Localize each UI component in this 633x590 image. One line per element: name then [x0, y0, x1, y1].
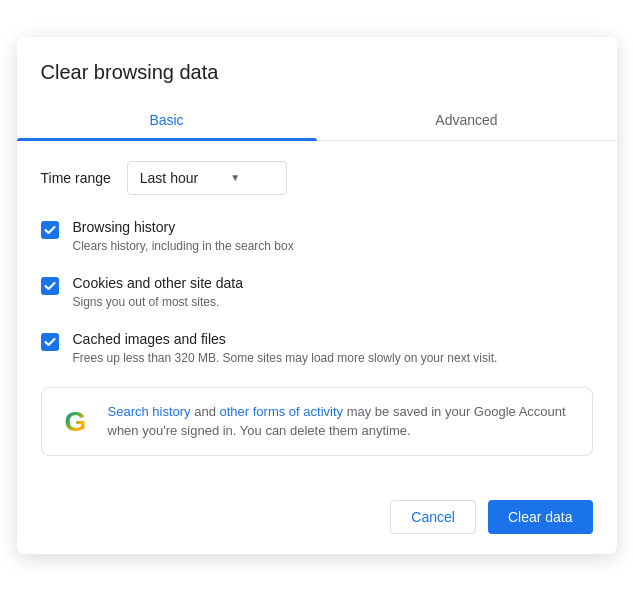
- time-range-row: Time range Last hour ▼: [41, 161, 593, 195]
- checkbox-cookies-input[interactable]: [41, 277, 59, 295]
- checkbox-cached-input[interactable]: [41, 333, 59, 351]
- time-range-label: Time range: [41, 170, 111, 186]
- tab-basic[interactable]: Basic: [17, 100, 317, 140]
- google-logo: G: [58, 404, 94, 440]
- cancel-button[interactable]: Cancel: [390, 500, 476, 534]
- search-history-link[interactable]: Search history: [108, 404, 191, 419]
- checkbox-cached: Cached images and files Frees up less th…: [41, 331, 593, 367]
- dialog-actions: Cancel Clear data: [17, 496, 617, 534]
- browsing-history-title: Browsing history: [73, 219, 593, 235]
- tab-advanced[interactable]: Advanced: [317, 100, 617, 140]
- cached-title: Cached images and files: [73, 331, 593, 347]
- checkbox-browsing-history-input[interactable]: [41, 221, 59, 239]
- checkbox-browsing-history: Browsing history Clears history, includi…: [41, 219, 593, 255]
- google-info-text: Search history and other forms of activi…: [108, 402, 576, 441]
- time-range-select[interactable]: Last hour ▼: [127, 161, 287, 195]
- cached-description: Frees up less than 320 MB. Some sites ma…: [73, 349, 593, 367]
- clear-data-button[interactable]: Clear data: [488, 500, 593, 534]
- cookies-description: Signs you out of most sites.: [73, 293, 593, 311]
- browsing-history-description: Clears history, including in the search …: [73, 237, 593, 255]
- checkbox-cookies: Cookies and other site data Signs you ou…: [41, 275, 593, 311]
- clear-browsing-data-dialog: Clear browsing data Basic Advanced Time …: [17, 37, 617, 554]
- dialog-title: Clear browsing data: [17, 57, 617, 100]
- google-info-box: G Search history and other forms of acti…: [41, 387, 593, 456]
- cookies-title: Cookies and other site data: [73, 275, 593, 291]
- google-letter: G: [65, 406, 87, 438]
- tab-bar: Basic Advanced: [17, 100, 617, 141]
- other-forms-link[interactable]: other forms of activity: [220, 404, 344, 419]
- time-range-value: Last hour: [140, 170, 198, 186]
- info-text-between: and: [191, 404, 220, 419]
- dialog-content: Time range Last hour ▼ Browsing history …: [17, 141, 617, 496]
- dropdown-arrow-icon: ▼: [230, 172, 240, 183]
